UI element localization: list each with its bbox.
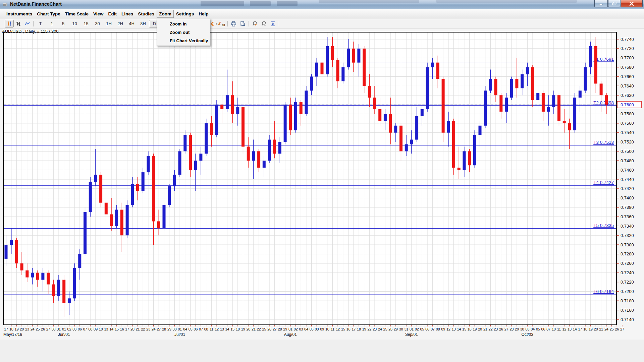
print-preview-button[interactable] (238, 20, 247, 27)
candle (526, 67, 529, 74)
menu-item-time-scale[interactable]: Time Scale (63, 10, 91, 18)
svg-text:07: 07 (546, 327, 550, 331)
menu-item-studies[interactable]: Studies (136, 10, 157, 18)
svg-text:Oct/03: Oct/03 (522, 332, 534, 337)
svg-text:23: 23 (373, 327, 377, 331)
svg-text:0.7740: 0.7740 (621, 37, 634, 42)
background-window-ghost (319, 0, 419, 3)
zoom-in-button[interactable] (250, 20, 259, 27)
svg-text:28: 28 (509, 327, 514, 331)
svg-text:0.7640: 0.7640 (621, 83, 634, 88)
svg-text:26: 26 (41, 327, 45, 331)
candle (326, 46, 329, 74)
timeframe-button-10[interactable]: 10 (69, 20, 80, 27)
timeframe-button-1h[interactable]: 1H (103, 20, 114, 27)
candle (57, 280, 60, 296)
ohlc-bar-chart-button[interactable] (14, 20, 23, 27)
svg-text:22: 22 (257, 327, 261, 331)
menu-item-chart-type[interactable]: Chart Type (35, 10, 63, 18)
candle (84, 212, 87, 254)
print-button[interactable] (229, 20, 238, 27)
candlestick-chart[interactable]: 0.77400.77200.77000.76800.76600.76400.76… (3, 30, 644, 339)
trend-line-label-T3[interactable]: T3 0.7513 (593, 140, 614, 145)
trend-line-label-T6[interactable]: T6 0.7194 (593, 289, 614, 294)
menu-item-help[interactable]: Help (196, 10, 211, 18)
svg-text:31: 31 (57, 327, 61, 331)
svg-text:13: 13 (220, 327, 224, 331)
candle (94, 175, 97, 182)
chart-area: AUD/USD , Daily, # 115 / 300 0.77400.772… (0, 28, 644, 340)
svg-text:0.7180: 0.7180 (621, 298, 634, 303)
menu-item-zoom[interactable]: Zoom (157, 10, 174, 18)
candle (252, 151, 255, 161)
zoom-menu-item-zoom-in[interactable]: Zoom in (157, 20, 210, 28)
menu-item-view[interactable]: View (91, 10, 106, 18)
candle (278, 142, 281, 154)
candle (415, 116, 418, 140)
minimize-button[interactable] (594, 0, 608, 7)
svg-text:22: 22 (141, 327, 145, 331)
svg-text:16: 16 (120, 327, 124, 331)
svg-text:12: 12 (336, 327, 340, 331)
zoom-menu-item-fit-chart-vertically[interactable]: Fit Chart Vertically (157, 37, 210, 45)
svg-text:06: 06 (541, 327, 545, 331)
trend-line-label-T4[interactable]: T4 0.7427 (593, 180, 614, 185)
candle (489, 79, 492, 90)
menu-item-settings[interactable]: Settings (174, 10, 196, 18)
svg-text:19: 19 (15, 327, 19, 331)
svg-text:21: 21 (599, 327, 603, 331)
svg-text:08: 08 (88, 327, 92, 331)
svg-text:19: 19 (241, 327, 245, 331)
restore-button[interactable] (608, 0, 620, 7)
svg-text:30: 30 (399, 327, 403, 331)
svg-text:27: 27 (46, 327, 50, 331)
timeframe-button-1[interactable]: 1 (46, 20, 57, 27)
menu-item-instruments[interactable]: Instruments (4, 10, 35, 18)
trend-line-label-T5[interactable]: T5 0.7335 (593, 223, 614, 228)
zoom-menu-item-zoom-out[interactable]: Zoom out (157, 28, 210, 37)
candle (78, 254, 81, 268)
candle (110, 215, 113, 226)
timeframe-button-4h[interactable]: 4H (126, 20, 137, 27)
menu-item-lines[interactable]: Lines (119, 10, 136, 18)
svg-text:21: 21 (483, 327, 487, 331)
timeframe-button-30[interactable]: 30 (92, 20, 103, 27)
fit-vertically-button[interactable] (268, 20, 277, 27)
background-window-ghost (250, 1, 271, 6)
candle (25, 270, 29, 278)
candle (62, 280, 65, 303)
last-price-marker: 0.7600 (617, 101, 641, 108)
toolbar-right-group: ✗all (208, 20, 280, 27)
svg-text:01: 01 (288, 327, 292, 331)
close-button[interactable] (621, 0, 643, 7)
svg-text:25: 25 (610, 327, 614, 331)
trend-line-label-T2[interactable]: T2 0.7598 (593, 100, 614, 105)
svg-text:11: 11 (331, 327, 334, 331)
line-chart-button[interactable] (23, 20, 32, 27)
candle (41, 273, 44, 280)
timeframe-button-2h[interactable]: 2H (115, 20, 126, 27)
minimize-icon (599, 2, 603, 5)
timeframe-button-15[interactable]: 15 (80, 20, 92, 27)
menu-item-edit[interactable]: Edit (106, 10, 119, 18)
zoom-out-button[interactable] (259, 20, 268, 27)
candle (384, 114, 387, 121)
timeframe-button-t[interactable]: T (35, 20, 46, 27)
candle (294, 102, 297, 130)
timeframe-button-8h[interactable]: 8H (138, 20, 149, 27)
candlestick-chart-button[interactable] (5, 20, 14, 27)
svg-text:26: 26 (388, 327, 392, 331)
remove-all-icon: ✗all (218, 21, 225, 26)
svg-text:28: 28 (278, 327, 282, 331)
candle (573, 98, 576, 130)
svg-text:15: 15 (115, 327, 119, 331)
candle (205, 123, 208, 154)
svg-text:18: 18 (583, 327, 587, 331)
candle (310, 76, 313, 90)
svg-text:03: 03 (72, 327, 76, 331)
remove-all-button[interactable]: ✗all (217, 20, 226, 27)
candle (305, 90, 308, 114)
svg-text:01: 01 (62, 327, 66, 331)
svg-text:09: 09 (94, 327, 98, 331)
timeframe-button-5[interactable]: 5 (58, 20, 69, 27)
